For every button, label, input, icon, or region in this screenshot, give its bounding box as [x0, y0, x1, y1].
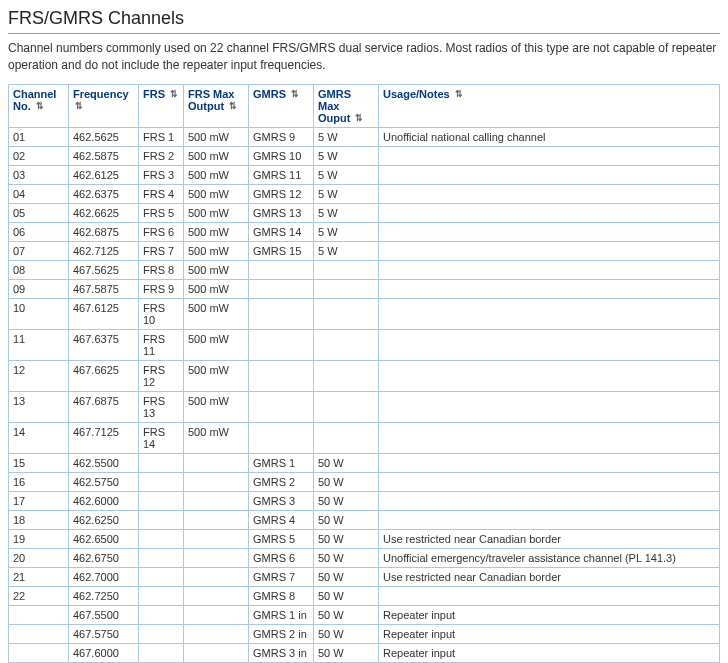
cell-gmrs_max — [314, 360, 379, 391]
cell-frs: FRS 1 — [139, 127, 184, 146]
table-row: 12467.6625FRS 12500 mW — [9, 360, 720, 391]
cell-frs: FRS 3 — [139, 165, 184, 184]
cell-gmrs: GMRS 12 — [249, 184, 314, 203]
cell-channel: 08 — [9, 260, 69, 279]
cell-frequency: 462.5875 — [69, 146, 139, 165]
table-row: 05462.6625FRS 5500 mWGMRS 135 W — [9, 203, 720, 222]
table-row: 18462.6250GMRS 450 W — [9, 510, 720, 529]
col-frs-label: FRS — [143, 88, 165, 100]
table-row: 02462.5875FRS 2500 mWGMRS 105 W — [9, 146, 720, 165]
cell-frequency: 462.6125 — [69, 165, 139, 184]
cell-gmrs: GMRS 1 in — [249, 605, 314, 624]
col-channel-label: Channel No. — [13, 88, 56, 112]
cell-frs: FRS 6 — [139, 222, 184, 241]
cell-gmrs: GMRS 4 — [249, 510, 314, 529]
cell-frs_max: 500 mW — [184, 360, 249, 391]
col-frs-max-label: FRS Max Output — [188, 88, 234, 112]
cell-frequency: 462.5625 — [69, 127, 139, 146]
col-channel[interactable]: Channel No. ⇅ — [9, 84, 69, 127]
cell-gmrs — [249, 391, 314, 422]
cell-frequency: 467.6000 — [69, 643, 139, 662]
cell-frequency: 467.5875 — [69, 279, 139, 298]
table-row: 14467.7125FRS 14500 mW — [9, 422, 720, 453]
cell-gmrs — [249, 329, 314, 360]
table-row: 13467.6875FRS 13500 mW — [9, 391, 720, 422]
cell-frequency: 467.6375 — [69, 329, 139, 360]
cell-frs_max — [184, 529, 249, 548]
cell-usage — [379, 391, 720, 422]
col-usage-label: Usage/Notes — [383, 88, 450, 100]
table-row: 07462.7125FRS 7500 mWGMRS 155 W — [9, 241, 720, 260]
col-usage[interactable]: Usage/Notes ⇅ — [379, 84, 720, 127]
cell-frs_max — [184, 472, 249, 491]
table-row: 11467.6375FRS 11500 mW — [9, 329, 720, 360]
cell-gmrs: GMRS 6 — [249, 548, 314, 567]
cell-channel: 18 — [9, 510, 69, 529]
cell-frequency: 462.6500 — [69, 529, 139, 548]
cell-usage — [379, 298, 720, 329]
col-frequency[interactable]: Frequency ⇅ — [69, 84, 139, 127]
cell-channel: 05 — [9, 203, 69, 222]
cell-gmrs: GMRS 1 — [249, 453, 314, 472]
cell-frs: FRS 10 — [139, 298, 184, 329]
table-row: 16462.5750GMRS 250 W — [9, 472, 720, 491]
cell-frequency: 462.7250 — [69, 586, 139, 605]
cell-frs_max: 500 mW — [184, 241, 249, 260]
cell-frs — [139, 491, 184, 510]
cell-frs_max: 500 mW — [184, 329, 249, 360]
cell-gmrs_max — [314, 422, 379, 453]
cell-usage — [379, 586, 720, 605]
cell-gmrs: GMRS 7 — [249, 567, 314, 586]
sort-icon: ⇅ — [355, 114, 363, 123]
table-row: 467.5750GMRS 2 in50 WRepeater input — [9, 624, 720, 643]
cell-channel: 02 — [9, 146, 69, 165]
cell-frs — [139, 643, 184, 662]
cell-frs_max: 500 mW — [184, 422, 249, 453]
cell-frs: FRS 11 — [139, 329, 184, 360]
cell-usage — [379, 241, 720, 260]
col-gmrs-max-label: GMRS Max Ouput — [318, 88, 351, 124]
table-row: 06462.6875FRS 6500 mWGMRS 145 W — [9, 222, 720, 241]
cell-gmrs — [249, 422, 314, 453]
cell-usage — [379, 184, 720, 203]
cell-gmrs_max: 50 W — [314, 472, 379, 491]
cell-channel: 03 — [9, 165, 69, 184]
col-frs[interactable]: FRS ⇅ — [139, 84, 184, 127]
cell-channel: 19 — [9, 529, 69, 548]
cell-frs — [139, 529, 184, 548]
cell-frs_max: 500 mW — [184, 279, 249, 298]
cell-frs: FRS 7 — [139, 241, 184, 260]
cell-gmrs: GMRS 2 in — [249, 624, 314, 643]
cell-frequency: 462.6250 — [69, 510, 139, 529]
cell-frs: FRS 5 — [139, 203, 184, 222]
cell-frequency: 462.7000 — [69, 567, 139, 586]
cell-channel: 09 — [9, 279, 69, 298]
cell-frequency: 467.6125 — [69, 298, 139, 329]
cell-usage — [379, 453, 720, 472]
cell-channel: 01 — [9, 127, 69, 146]
cell-channel: 11 — [9, 329, 69, 360]
table-row: 01462.5625FRS 1500 mWGMRS 95 WUnofficial… — [9, 127, 720, 146]
table-row: 03462.6125FRS 3500 mWGMRS 115 W — [9, 165, 720, 184]
cell-gmrs_max — [314, 298, 379, 329]
cell-channel: 07 — [9, 241, 69, 260]
cell-gmrs_max: 5 W — [314, 203, 379, 222]
cell-usage: Use restricted near Canadian border — [379, 529, 720, 548]
cell-usage: Unofficial national calling channel — [379, 127, 720, 146]
cell-frs_max: 500 mW — [184, 222, 249, 241]
table-row: 20462.6750GMRS 650 WUnofficial emergency… — [9, 548, 720, 567]
col-gmrs-max[interactable]: GMRS Max Ouput ⇅ — [314, 84, 379, 127]
cell-frequency: 467.5500 — [69, 605, 139, 624]
cell-frequency: 462.5500 — [69, 453, 139, 472]
col-frs-max[interactable]: FRS Max Output ⇅ — [184, 84, 249, 127]
cell-gmrs: GMRS 11 — [249, 165, 314, 184]
cell-usage — [379, 329, 720, 360]
cell-usage — [379, 222, 720, 241]
col-gmrs[interactable]: GMRS ⇅ — [249, 84, 314, 127]
cell-frs_max: 500 mW — [184, 127, 249, 146]
cell-gmrs: GMRS 8 — [249, 586, 314, 605]
cell-frs: FRS 2 — [139, 146, 184, 165]
cell-channel: 22 — [9, 586, 69, 605]
table-row: 15462.5500GMRS 150 W — [9, 453, 720, 472]
cell-frs — [139, 548, 184, 567]
